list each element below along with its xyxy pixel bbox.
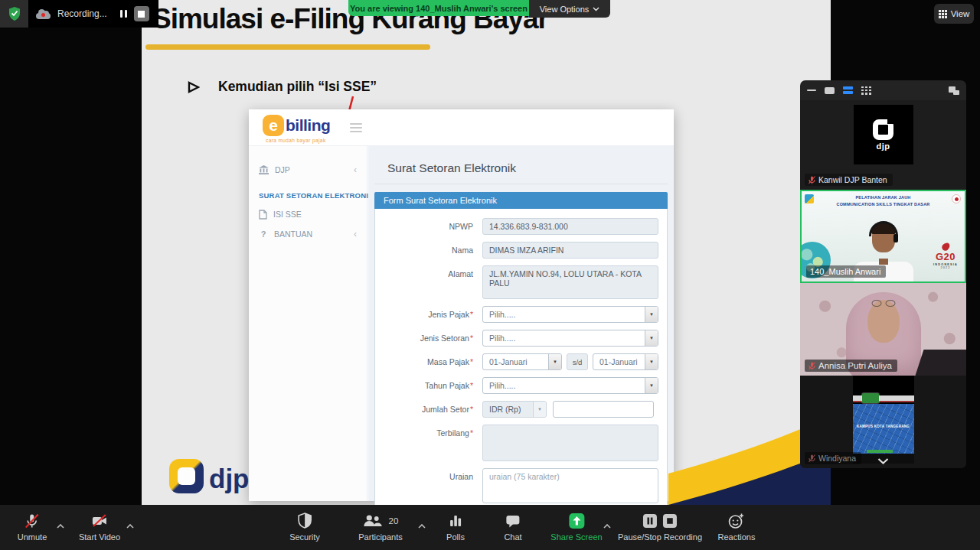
chat-button[interactable]: Chat xyxy=(504,512,521,542)
form-panel-body: NPWP 14.336.683.9-831.000 Nama DIMAS IMZ… xyxy=(374,209,668,505)
required-asterisk: * xyxy=(470,428,473,438)
nama-input[interactable]: DIMAS IMZA ARIFIN xyxy=(482,242,658,259)
required-asterisk: * xyxy=(470,310,473,319)
ebilling-logo-mark: e xyxy=(263,115,284,136)
reactions-smiley-icon xyxy=(728,513,745,529)
jenis-setoran-select[interactable]: Pilih..... ▼ xyxy=(482,330,658,347)
unmute-button[interactable]: Unmute xyxy=(18,512,47,542)
required-asterisk: * xyxy=(470,357,473,366)
field-label: Masa Pajak xyxy=(427,357,469,366)
alamat-textarea[interactable]: JL.M.YAMIN NO.94, LOLU UTARA - KOTA PALU xyxy=(482,265,658,299)
video-options-chevron[interactable] xyxy=(126,518,134,532)
bullet-arrow-icon xyxy=(188,81,200,93)
participant-video: KAMPUS KOTA TANGERANG xyxy=(853,376,914,464)
form-panel-title: Form Surat Setoran Elektronik xyxy=(374,192,668,209)
recording-indicator: Recording... xyxy=(28,0,158,28)
reactions-button[interactable]: Reactions xyxy=(718,512,756,542)
currency-select[interactable]: IDR (Rp) ▼ xyxy=(482,401,547,418)
sidebar-item-label: ISI SSE xyxy=(273,210,302,219)
share-screen-button[interactable]: Share Screen xyxy=(550,512,602,542)
collapse-strip-button[interactable] xyxy=(874,455,893,467)
polls-button[interactable]: Polls xyxy=(446,512,465,542)
form-row-alamat: Alamat JL.M.YAMIN NO.94, LOLU UTARA - KO… xyxy=(375,265,659,299)
sidebar-item-label: DJP xyxy=(275,165,290,174)
participant-video: djp xyxy=(854,105,913,164)
djp-avatar-icon xyxy=(873,119,893,140)
ebilling-content: Surat Setoran Elektronik Form Surat Seto… xyxy=(368,146,674,501)
sidebar-item-bantuan[interactable]: ? BANTUAN ‹ xyxy=(249,224,367,244)
participants-count: 20 xyxy=(389,516,399,526)
pause-recording-icon xyxy=(642,513,658,529)
chevron-down-icon: ▼ xyxy=(645,354,658,369)
start-video-button[interactable]: Start Video xyxy=(79,512,120,542)
g20-logo: G20 INDONESIA 2022 xyxy=(933,242,958,269)
chevron-down-icon: ▼ xyxy=(645,330,658,346)
pause-recording-button[interactable] xyxy=(120,10,127,18)
djp-logo-mark xyxy=(169,459,204,493)
ebilling-window: e billing cara mudah bayar pajak DJP xyxy=(249,109,674,501)
select-value: Pilih..... xyxy=(489,381,515,390)
uraian-textarea[interactable] xyxy=(482,468,658,503)
viewing-banner: You are viewing 140_Muslih Anwari's scre… xyxy=(348,0,529,16)
view-button[interactable]: View xyxy=(934,4,974,24)
select-value: 01-Januari xyxy=(489,357,528,366)
form-row-masa-pajak: Masa Pajak* 01-Januari ▼ s/d 01-Januari … xyxy=(375,353,659,370)
hamburger-menu-icon[interactable] xyxy=(350,123,362,132)
slide-bullet-text: Kemudian pilih “Isi SSE” xyxy=(218,79,377,95)
participant-nametag: Kanwil DJP Banten xyxy=(805,174,893,186)
ebilling-sidebar: DJP ‹ SURAT SETORAN ELEKTRONIK ISI SSE ?… xyxy=(249,146,368,501)
sidebar-item-djp[interactable]: DJP ‹ xyxy=(249,160,367,180)
cloud-recording-icon xyxy=(36,9,51,19)
encryption-shield-button[interactable] xyxy=(0,0,28,28)
participants-button[interactable]: 20 Participants xyxy=(358,512,402,542)
chat-bubble-icon xyxy=(505,513,521,529)
shared-screen: Simulasi e-Filing Kurang Bayar Kemudian … xyxy=(142,0,831,505)
popout-panel-button[interactable] xyxy=(949,86,959,95)
chevron-down-icon: ▼ xyxy=(548,354,561,369)
sidebar-item-sse-header[interactable]: SURAT SETORAN ELEKTRONIK xyxy=(249,186,367,204)
polls-icon xyxy=(448,513,463,529)
field-label: NPWP xyxy=(449,222,474,231)
select-value: Pilih..... xyxy=(489,334,515,343)
field-label: Alamat xyxy=(448,269,473,278)
video-tile-annisa[interactable]: Annisa Putri Auliya xyxy=(800,283,966,376)
document-icon xyxy=(259,210,267,220)
tahun-pajak-select[interactable]: Pilih..... ▼ xyxy=(482,377,658,394)
single-view-button[interactable] xyxy=(825,87,835,94)
muted-mic-icon xyxy=(808,362,815,370)
security-shield-icon xyxy=(297,513,312,529)
chevron-up-icon xyxy=(126,524,134,529)
participants-chevron[interactable] xyxy=(418,518,426,532)
muted-mic-icon xyxy=(808,454,815,463)
chevron-left-icon: ‹ xyxy=(354,164,357,175)
jenis-pajak-select[interactable]: Pilih..... ▼ xyxy=(482,306,658,323)
terbilang-textarea[interactable] xyxy=(482,425,658,461)
npwp-input[interactable]: 14.336.683.9-831.000 xyxy=(482,218,658,235)
minimize-strip-button[interactable] xyxy=(807,89,816,91)
pause-stop-recording-button[interactable]: Pause/Stop Recording xyxy=(618,512,702,542)
field-label: Jenis Setoran xyxy=(420,334,469,343)
masa-pajak-to-select[interactable]: 01-Januari ▼ xyxy=(593,353,658,370)
masa-pajak-from-select[interactable]: 01-Januari ▼ xyxy=(482,353,562,370)
video-tile-kanwil[interactable]: djp Kanwil DJP Banten xyxy=(800,100,966,190)
security-button[interactable]: Security xyxy=(289,512,320,542)
form-row-uraian: Uraian xyxy=(375,468,659,505)
chevron-down-icon xyxy=(877,458,889,464)
form-row-jenis-setoran: Jenis Setoran* Pilih..... ▼ xyxy=(375,330,659,347)
gallery-view-button[interactable] xyxy=(861,86,871,95)
sidebar-item-isi-sse[interactable]: ISI SSE xyxy=(249,204,367,224)
chevron-up-icon xyxy=(418,524,426,529)
video-tile-muslih[interactable]: PELATIHAN JARAK JAUH COMMUNICATION SKILL… xyxy=(800,190,966,283)
ebilling-header: e billing cara mudah bayar pajak xyxy=(249,109,674,146)
video-off-icon xyxy=(90,513,109,529)
form-row-terbilang: Terbilang* xyxy=(375,425,659,461)
stop-recording-button[interactable] xyxy=(134,6,149,21)
share-options-chevron[interactable] xyxy=(603,518,611,532)
select-value: 01-Januari xyxy=(599,357,638,366)
video-tile-windiyana[interactable]: KAMPUS KOTA TANGERANG Windiyana xyxy=(800,376,966,468)
view-options-button[interactable]: View Options xyxy=(529,0,610,18)
field-label: Uraian xyxy=(449,472,473,481)
jumlah-setor-input[interactable] xyxy=(553,401,654,418)
strip-view-button[interactable] xyxy=(843,86,853,94)
audio-options-chevron[interactable] xyxy=(57,518,64,532)
